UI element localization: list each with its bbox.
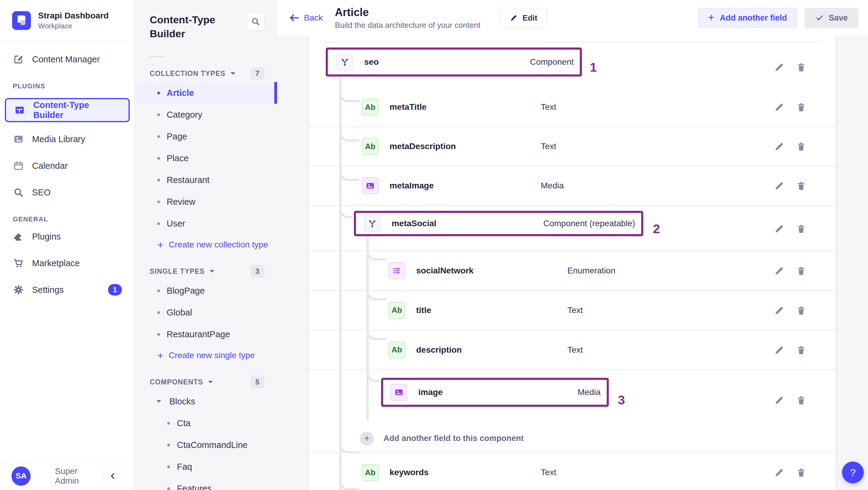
builder-item-label: Features [177, 484, 211, 490]
builder-item-cta[interactable]: Cta [134, 412, 277, 434]
builder-item-label: Faq [177, 462, 192, 472]
builder-item-review[interactable]: Review [134, 191, 277, 213]
edit-field-button[interactable] [773, 140, 786, 153]
edit-button[interactable]: Edit [500, 8, 547, 28]
delete-field-button[interactable] [795, 466, 808, 479]
field-row-metaTitle: AbmetaTitleText [309, 88, 836, 127]
builder-item-label: BlogPage [167, 286, 205, 296]
builder-item-category[interactable]: Category [134, 104, 277, 125]
save-label: Save [829, 13, 848, 23]
delete-field-button[interactable] [795, 179, 808, 192]
sidebar-item-media-library[interactable]: Media Library [5, 129, 130, 149]
plus-icon: + [157, 240, 163, 250]
back-button[interactable]: Back [289, 13, 323, 23]
builder-item-ctacommandline[interactable]: CtaCommandLine [134, 434, 277, 456]
builder-item-restaurant[interactable]: Restaurant [134, 169, 277, 191]
search-button[interactable] [247, 13, 264, 30]
field-type: Enumeration [567, 266, 616, 276]
add-another-field-button[interactable]: + Add another field [698, 8, 797, 28]
create-link-single-types[interactable]: +Create new single type [134, 345, 255, 366]
edit-field-button[interactable] [773, 100, 786, 114]
field-type: Component (repeatable) [543, 219, 641, 228]
section-header-collection-types[interactable]: COLLECTION TYPES7 [134, 65, 277, 82]
help-button[interactable]: ? [842, 462, 864, 483]
collapse-sidebar-button[interactable] [103, 466, 123, 486]
sidebar-item-content-manager[interactable]: Content Manager [5, 50, 130, 69]
delete-field-button[interactable] [795, 140, 808, 153]
main-area: Back Article Build the data architecture… [277, 0, 868, 490]
field-row-metaSocial: metaSocialComponent (repeatable)2 [309, 211, 836, 251]
delete-field-button[interactable] [795, 394, 808, 407]
delete-field-button[interactable] [795, 222, 808, 235]
builder-item-user[interactable]: User [134, 213, 277, 235]
component-field-icon [336, 54, 353, 70]
row-actions [773, 61, 808, 74]
builder-item-restaurantpage[interactable]: RestaurantPage [134, 323, 277, 345]
sidebar-item-settings[interactable]: Settings1 [5, 280, 130, 300]
create-link-collection-types[interactable]: +Create new collection type [134, 235, 268, 255]
section-header-components[interactable]: COMPONENTS5 [134, 373, 277, 391]
sidebar-item-label: Content Manager [32, 55, 100, 64]
builder-item-global[interactable]: Global [134, 302, 277, 323]
field-row-image: imageMedia3 [309, 378, 836, 424]
row-actions [773, 394, 808, 407]
field-name: metaTitle [390, 102, 541, 112]
sidebar-item-plugins[interactable]: Plugins [5, 227, 130, 246]
text-field-icon: Ab [362, 138, 379, 155]
save-button[interactable]: Save [805, 8, 858, 28]
field-name: title [416, 306, 567, 315]
delete-field-button[interactable] [795, 61, 808, 74]
chevron-down-icon [156, 400, 161, 403]
builder-title: Content-Type Builder [150, 13, 241, 40]
sidebar-footer: SA Super Admin [0, 462, 134, 490]
gear-icon [13, 284, 24, 295]
sidebar-item-marketplace[interactable]: Marketplace [5, 253, 130, 273]
search-icon [13, 187, 24, 198]
field-row-socialNetwork: socialNetworkEnumeration [309, 251, 836, 291]
strapi-logo [12, 11, 31, 30]
annotation-number-2: 2 [653, 222, 660, 236]
bullet-icon [167, 444, 170, 447]
row-actions [773, 179, 808, 192]
content-type-builder-icon [14, 105, 25, 116]
section-header-single-types[interactable]: SINGLE TYPES3 [134, 263, 277, 280]
fields-card: seoComponent1AbmetaTitleTextAbmetaDescri… [309, 36, 836, 490]
section-label: COMPONENTS [150, 378, 203, 386]
sidebar-item-calendar[interactable]: Calendar [5, 156, 130, 176]
workspace-header[interactable]: Strapi Dashboard Workplace [0, 0, 134, 41]
edit-field-button[interactable] [773, 466, 786, 479]
page-header: Back Article Build the data architecture… [277, 0, 868, 36]
edit-field-button[interactable] [773, 343, 786, 357]
builder-item-blogpage[interactable]: BlogPage [134, 280, 277, 302]
avatar[interactable]: SA [11, 466, 31, 486]
edit-field-button[interactable] [773, 304, 786, 317]
edit-field-button[interactable] [773, 61, 786, 74]
sidebar-item-content-type-builder[interactable]: Content-Type Builder [5, 98, 130, 122]
highlight-box-1: seoComponent [326, 48, 582, 76]
enumeration-field-icon [388, 262, 405, 279]
edit-field-button[interactable] [773, 222, 786, 235]
delete-field-button[interactable] [795, 264, 808, 277]
edit-label: Edit [523, 13, 537, 23]
delete-field-button[interactable] [795, 100, 808, 114]
bullet-icon [167, 422, 170, 425]
builder-item-place[interactable]: Place [134, 147, 277, 169]
field-row-metaDescription: AbmetaDescriptionText [309, 127, 836, 166]
builder-item-article[interactable]: Article [134, 82, 277, 104]
edit-field-button[interactable] [773, 394, 786, 407]
field-name: image [418, 388, 443, 397]
field-name: seo [364, 57, 379, 67]
cart-icon [13, 258, 24, 269]
edit-field-button[interactable] [773, 264, 786, 277]
delete-field-button[interactable] [795, 304, 808, 317]
plus-circle-icon[interactable]: + [360, 432, 374, 446]
component-group-blocks[interactable]: Blocks [134, 391, 277, 412]
delete-field-button[interactable] [795, 343, 808, 357]
add-field-to-component-row[interactable]: +Add another field to this component [309, 424, 836, 453]
builder-item-faq[interactable]: Faq [134, 456, 277, 478]
edit-field-button[interactable] [773, 179, 786, 192]
sidebar-item-seo[interactable]: SEO [5, 183, 130, 202]
builder-item-page[interactable]: Page [134, 125, 277, 147]
builder-item-features[interactable]: Features [134, 478, 277, 490]
section-count-badge: 5 [250, 376, 264, 388]
